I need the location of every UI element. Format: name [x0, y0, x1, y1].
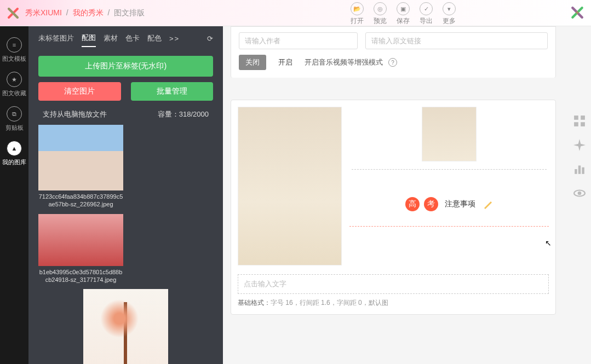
- grid-view-icon[interactable]: [573, 115, 586, 127]
- open-button[interactable]: 📂打开: [351, 2, 364, 26]
- format-info: 基础格式：字号 16，行间距 1.6，字间距 0，默认图: [238, 298, 549, 308]
- text-input-placeholder[interactable]: 点击输入文字: [238, 274, 549, 294]
- tab-untagged[interactable]: 未标签图片: [38, 33, 74, 47]
- breadcrumb-my[interactable]: 我的秀米: [73, 8, 104, 17]
- app-logo: [7, 7, 20, 20]
- check-icon: ✓: [420, 2, 433, 15]
- template-icon: ≡: [7, 37, 22, 53]
- wavy-divider: [349, 216, 549, 227]
- tab-config[interactable]: 配图: [82, 33, 96, 47]
- enhance-on-button[interactable]: 开启: [272, 55, 299, 70]
- enhance-off-button[interactable]: 关闭: [239, 55, 266, 70]
- top-bar: 秀米XIUMI / 我的秀米 / 图文排版 📂打开 ◎预览 ▣保存 ✓导出 ▾更…: [0, 0, 591, 26]
- svg-rect-6: [582, 167, 584, 174]
- pencil-icon: [483, 199, 493, 209]
- panel-tabs: 未标签图片 配图 素材 色卡 配色 >> ⟳: [28, 26, 223, 50]
- tab-colorcard[interactable]: 色卡: [125, 33, 140, 47]
- clear-images-button[interactable]: 清空图片: [38, 82, 121, 101]
- side-panel: 未标签图片 配图 素材 色卡 配色 >> ⟳ 上传图片至标签(无水印) 清空图片…: [28, 26, 223, 364]
- star-icon: ★: [7, 72, 22, 87]
- content-image-large[interactable]: [238, 107, 342, 265]
- thumb-image: [38, 214, 123, 266]
- app-logo-right[interactable]: [570, 5, 584, 20]
- image-icon: ▲: [7, 141, 22, 156]
- enhance-mode-label: 开启音乐视频等增强模式: [305, 57, 383, 67]
- badge-row[interactable]: 高 考 注意事项: [349, 197, 549, 211]
- gallery-thumb[interactable]: fc7b74e5ee6b9e8a30ea43a3305073ac-sz_6296…: [83, 289, 168, 364]
- help-icon[interactable]: ?: [388, 58, 397, 67]
- save-icon: ▣: [397, 2, 410, 15]
- rail-clipboard[interactable]: ⧉剪贴板: [0, 102, 28, 136]
- rail-templates[interactable]: ≡图文模板: [0, 33, 28, 67]
- source-link-input[interactable]: [365, 32, 548, 49]
- author-input[interactable]: [239, 32, 358, 49]
- tab-palette[interactable]: 配色: [147, 33, 162, 47]
- drag-hint: 支持从电脑拖放文件: [43, 109, 107, 119]
- editor-canvas: 关闭 开启 开启音乐视频等增强模式 ? 高 考 注意事项: [223, 26, 564, 364]
- divider: [352, 169, 547, 170]
- folder-icon: 📂: [351, 2, 364, 15]
- breadcrumb-sep: /: [66, 8, 68, 17]
- thumb-filename: b1eb43995c0e3d57801c5d88bcb24918-sz_3177…: [38, 268, 123, 284]
- rail-favorites[interactable]: ★图文收藏: [0, 67, 28, 102]
- thumb-filename: 7123cc64faa834b887c37899c5ae57bb-sz_2269…: [38, 193, 123, 209]
- capacity: 容量：318/2000: [158, 109, 209, 119]
- clipboard-icon: ⧉: [7, 106, 22, 122]
- svg-rect-1: [581, 115, 585, 120]
- content-image-small[interactable]: [422, 107, 477, 161]
- preview-eye-icon[interactable]: [573, 187, 586, 199]
- svg-rect-4: [575, 169, 577, 174]
- chevron-down-icon: ▾: [443, 2, 456, 15]
- thumb-image: [83, 289, 168, 364]
- top-toolbar: 📂打开 ◎预览 ▣保存 ✓导出 ▾更多: [351, 2, 456, 26]
- badge-text: 注意事项: [445, 199, 475, 209]
- upload-button[interactable]: 上传图片至标签(无水印): [38, 56, 213, 77]
- svg-rect-2: [574, 122, 578, 126]
- editor-card[interactable]: 高 考 注意事项 点击输入文字 基础格式：字号 16，行间距 1.6，字间距 0…: [231, 100, 556, 315]
- tab-more[interactable]: >>: [169, 34, 180, 46]
- refresh-icon[interactable]: ⟳: [207, 34, 213, 46]
- hint-row: 支持从电脑拖放文件 容量：318/2000: [28, 106, 223, 125]
- meta-card: 关闭 开启 开启音乐视频等增强模式 ?: [231, 26, 556, 78]
- export-button[interactable]: ✓导出: [420, 2, 433, 26]
- sparkle-icon[interactable]: [573, 139, 586, 151]
- breadcrumb-current: 图文排版: [114, 8, 145, 17]
- rail-gallery[interactable]: ▲我的图库: [0, 136, 28, 171]
- enhance-mode-row: 关闭 开启 开启音乐视频等增强模式 ?: [239, 55, 548, 70]
- stats-icon[interactable]: [573, 163, 586, 175]
- svg-point-8: [578, 192, 582, 195]
- more-button[interactable]: ▾更多: [443, 2, 456, 26]
- left-rail: ≡图文模板 ★图文收藏 ⧉剪贴板 ▲我的图库: [0, 26, 28, 364]
- thumb-image: [38, 125, 123, 190]
- breadcrumb-brand[interactable]: 秀米XIUMI: [25, 8, 62, 17]
- svg-rect-0: [574, 115, 578, 120]
- badge-circle: 高: [405, 197, 420, 211]
- batch-manage-button[interactable]: 批量管理: [131, 82, 214, 101]
- svg-rect-5: [578, 165, 581, 174]
- svg-rect-3: [581, 122, 585, 126]
- right-tools: [573, 115, 586, 199]
- gallery: 7123cc64faa834b887c37899c5ae57bb-sz_2269…: [28, 125, 223, 364]
- gallery-thumb[interactable]: 7123cc64faa834b887c37899c5ae57bb-sz_2269…: [38, 125, 123, 209]
- gallery-thumb[interactable]: b1eb43995c0e3d57801c5d88bcb24918-sz_3177…: [38, 214, 123, 284]
- breadcrumb: 秀米XIUMI / 我的秀米 / 图文排版: [24, 8, 146, 18]
- breadcrumb-sep: /: [107, 8, 110, 17]
- eye-icon: ◎: [374, 2, 387, 15]
- preview-button[interactable]: ◎预览: [374, 2, 387, 26]
- save-button[interactable]: ▣保存: [397, 2, 410, 26]
- tab-material[interactable]: 素材: [104, 33, 118, 47]
- badge-circle: 考: [424, 197, 438, 211]
